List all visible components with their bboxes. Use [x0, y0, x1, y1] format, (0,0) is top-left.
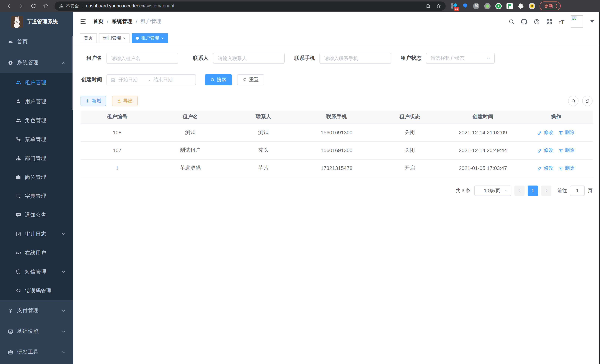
tenant-table: 租户编号租户名联系人联系手机租户状态创建时间操作 108测试测试15601691…	[81, 111, 593, 177]
extension-balloon-icon[interactable]	[462, 3, 468, 9]
app-title: 芋道管理系统	[27, 18, 58, 25]
page-size-select[interactable]: 10条/页	[474, 185, 511, 196]
mobile-input[interactable]	[319, 53, 391, 64]
mobile-label: 联系手机	[293, 55, 315, 62]
tab-首页[interactable]: 首页	[80, 33, 97, 43]
org-icon	[16, 156, 21, 161]
chevron-down-icon	[62, 232, 66, 236]
extension-recorder-icon[interactable]	[484, 3, 490, 9]
url-host: dashboard.yudao.iocoder.cn	[86, 3, 144, 9]
toolbox-icon	[8, 349, 13, 355]
column-header: 操作	[519, 111, 593, 123]
extension-y-icon[interactable]	[495, 3, 502, 9]
sidebar-scrollbar[interactable]	[72, 36, 73, 110]
status-select[interactable]: 请选择租户状态	[426, 53, 495, 64]
sidebar-item-post[interactable]: 岗位管理	[0, 168, 73, 187]
tab-部门管理[interactable]: 部门管理×	[99, 33, 130, 43]
sidebar-item-notice[interactable]: 通知公告	[0, 205, 73, 224]
tab-label: 首页	[84, 35, 93, 41]
bookmark-star-icon[interactable]	[436, 3, 441, 9]
edit-icon	[537, 130, 542, 135]
back-icon[interactable]	[6, 3, 12, 9]
sidebar-item-label: 错误码管理	[25, 287, 67, 294]
breadcrumb-item[interactable]: 系统管理	[112, 18, 132, 25]
table-row: 1芋道源码芋艿17321315478开启2021-01-05 17:03:47修…	[81, 159, 593, 177]
sidebar-item-errcode[interactable]: 错误码管理	[0, 281, 73, 300]
tenant-name-label: 租户名	[81, 55, 102, 62]
sidebar-item-user[interactable]: 用户管理	[0, 92, 73, 111]
edit-link[interactable]: 修改	[537, 129, 553, 136]
table-cell: 2021-12-14 20:49:44	[446, 141, 519, 159]
sidebar-item-dept[interactable]: 部门管理	[0, 149, 73, 168]
calendar-icon	[111, 77, 115, 82]
edit-link[interactable]: 修改	[537, 165, 553, 171]
sidebar-item-home[interactable]: 首页	[0, 32, 73, 52]
security-label[interactable]: 不安全	[66, 3, 79, 9]
add-button[interactable]: 新增	[81, 96, 106, 106]
close-tab-icon[interactable]: ×	[123, 36, 126, 40]
table-cell: 2021-01-05 17:03:47	[446, 159, 519, 177]
current-page[interactable]: 1	[528, 185, 538, 196]
browser-update-button[interactable]: 更新	[540, 1, 561, 10]
delete-link[interactable]: 删除	[559, 165, 575, 171]
avatar[interactable]	[571, 15, 583, 28]
sidebar-item-sms[interactable]: 短信管理	[0, 262, 73, 281]
sidebar-item-tenant[interactable]: 租户管理	[0, 73, 73, 92]
sidebar-item-infra[interactable]: 基础设施	[0, 321, 73, 342]
forward-icon[interactable]	[18, 3, 24, 9]
font-size-icon[interactable]: TT	[559, 18, 564, 25]
tenant-page: 租户名 联系人 联系手机 租户状态 请选择租户状态	[73, 45, 600, 364]
sidebar-item-menu[interactable]: 菜单管理	[0, 130, 73, 149]
sidebar-item-dict[interactable]: 字典管理	[0, 187, 73, 205]
prev-page-button[interactable]	[514, 185, 525, 196]
chevron-down-icon	[62, 350, 66, 354]
share-icon[interactable]	[426, 3, 431, 9]
extension-flag-icon[interactable]	[506, 3, 513, 9]
next-page-button[interactable]	[541, 185, 551, 196]
logo-image	[11, 16, 23, 28]
refresh-table-button[interactable]	[582, 96, 593, 106]
breadcrumb-separator: /	[107, 19, 108, 25]
role-icon	[16, 118, 21, 123]
sidebar-item-auditlog[interactable]: 审计日志	[0, 224, 73, 243]
create-time-range-picker[interactable]: 开始日期 - 结束日期	[106, 74, 196, 85]
reload-icon[interactable]	[30, 3, 36, 9]
sidebar-item-pay[interactable]: 支付管理	[0, 300, 73, 321]
close-tab-icon[interactable]: ×	[161, 36, 164, 40]
sidebar-item-devtool[interactable]: 研发工具	[0, 342, 73, 363]
tenant-name-input[interactable]	[106, 53, 178, 64]
help-icon[interactable]	[533, 18, 540, 25]
page-suffix: 页	[588, 187, 593, 194]
app-logo[interactable]: 芋道管理系统	[0, 12, 73, 32]
collapse-menu-icon[interactable]	[80, 18, 86, 25]
tab-租户管理[interactable]: 租户管理×	[132, 33, 168, 43]
toggle-search-button[interactable]	[568, 96, 579, 106]
extension-tab-manager-icon[interactable]: 10	[451, 3, 457, 9]
delete-link[interactable]: 删除	[559, 147, 575, 154]
browser-menu-icon[interactable]	[556, 4, 557, 8]
delete-link[interactable]: 删除	[559, 129, 575, 136]
shield-icon	[16, 269, 21, 275]
breadcrumb-item[interactable]: 首页	[93, 18, 103, 25]
edit-link[interactable]: 修改	[537, 147, 553, 154]
contact-input[interactable]	[213, 53, 285, 64]
reset-button[interactable]: 重置	[237, 74, 264, 85]
dashboard-icon	[8, 39, 13, 45]
chevron-down-icon	[504, 189, 508, 192]
search-button[interactable]: 搜索	[205, 74, 232, 85]
sidebar-item-system[interactable]: 系统管理	[0, 52, 73, 73]
fullscreen-icon[interactable]	[546, 18, 552, 25]
sidebar-item-online[interactable]: 在线用户	[0, 243, 73, 262]
profile-avatar-icon[interactable]	[529, 3, 535, 9]
download-icon	[117, 99, 121, 103]
github-icon[interactable]	[521, 18, 527, 25]
goto-page-input[interactable]	[570, 185, 585, 196]
extension-command-icon[interactable]: ⌘	[473, 3, 479, 9]
avatar-dropdown-icon[interactable]	[590, 20, 594, 23]
export-button[interactable]: 导出	[112, 96, 138, 106]
extensions-puzzle-icon[interactable]	[518, 3, 524, 9]
home-icon[interactable]	[43, 3, 49, 9]
address-bar[interactable]: 不安全 dashboard.yudao.iocoder.cn/system/te…	[55, 1, 446, 10]
sidebar-item-role[interactable]: 角色管理	[0, 111, 73, 130]
search-icon[interactable]	[508, 18, 515, 25]
